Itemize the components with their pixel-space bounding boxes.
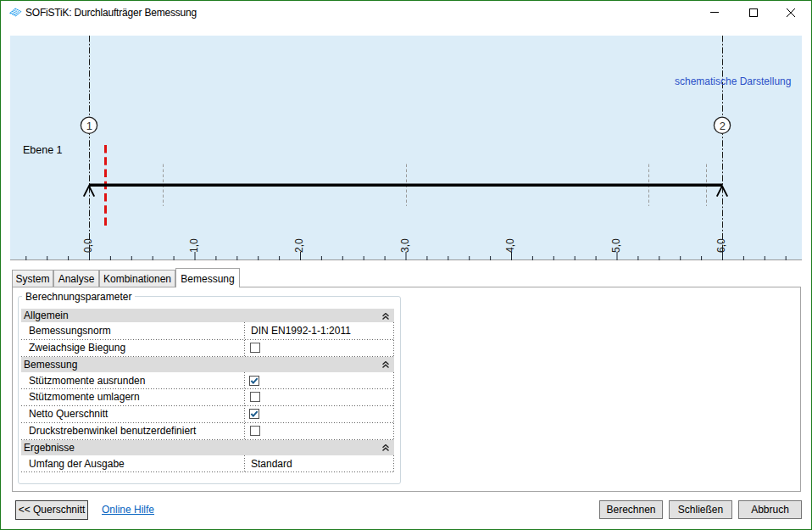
svg-text:schematische Darstellung: schematische Darstellung	[675, 75, 791, 87]
svg-text:2: 2	[720, 120, 726, 132]
svg-text:0,0: 0,0	[82, 238, 94, 253]
svg-text:Ebene 1: Ebene 1	[23, 144, 63, 156]
svg-text:1,0: 1,0	[188, 238, 200, 253]
svg-text:4,0: 4,0	[504, 238, 516, 253]
svg-text:3,0: 3,0	[399, 238, 411, 253]
svg-text:5,0: 5,0	[610, 238, 622, 253]
svg-text:2,0: 2,0	[293, 238, 305, 253]
svg-text:1: 1	[86, 120, 92, 132]
svg-text:6,0: 6,0	[715, 238, 727, 253]
